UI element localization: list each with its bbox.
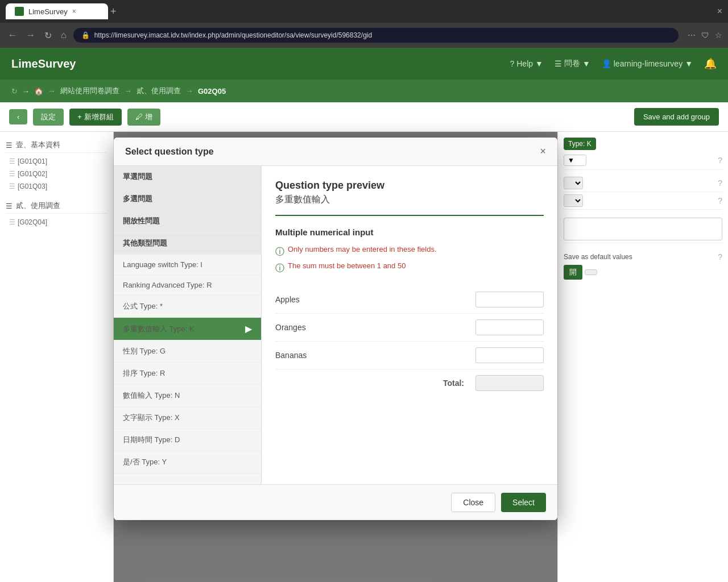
close-modal-button[interactable]: Close [451,493,495,512]
sidebar: ☰ 壹、基本資料 ☰ [G01Q01] ☰ [G01Q02] ☰ [G01Q03… [0,132,114,582]
field-label-bananas: Bananas [275,351,307,360]
address-bar[interactable]: 🔒 https://limesurvey.imacat.idv.tw/index… [73,28,679,43]
tab-close-icon[interactable]: × [72,7,76,15]
right-panel: Type: K ▼ ? ? ? Save as default values ? [557,132,728,582]
category-ranking[interactable]: 排序 Type: R [114,363,261,385]
back-to-list-button[interactable]: ‹ [9,109,27,124]
help-menu[interactable]: ? Help ▼ [510,59,543,68]
toggle-off-button[interactable] [585,269,597,275]
select-button[interactable]: Select [501,493,546,512]
questions-menu[interactable]: ☰ 問卷 ▼ [555,59,590,69]
forward-button[interactable]: → [24,28,38,43]
tab-favicon [15,7,24,16]
sidebar-item-g01q03[interactable]: ☰ [G01Q03] [6,180,107,193]
sidebar-group-2-header[interactable]: ☰ 貳、使用調查 [6,198,107,214]
breadcrumb-group[interactable]: 貳、使用調查 [136,86,181,96]
shield-icon[interactable]: 🛡 [701,31,709,40]
breadcrumb-group-label: 貳、使用調查 [136,86,181,96]
category-datetime[interactable]: 日期時間 Type: D [114,429,261,451]
sidebar-item-g02q04[interactable]: ☰ [G02Q04] [6,216,107,228]
modal-header: Select question type × [114,138,557,166]
category-numerical-input[interactable]: 數值輸入 Type: N [114,385,261,407]
sidebar-group-1-header[interactable]: ☰ 壹、基本資料 [6,138,107,153]
address-url: https://limesurvey.imacat.idv.tw/index.p… [94,31,372,39]
sidebar-item-g01q03-label: [G01Q03] [18,182,47,190]
info-icon-1: ⓘ [275,246,284,258]
breadcrumb-survey[interactable]: 網站使用問卷調查 [60,86,119,96]
main-col: Select question type × 單選問題 多選問題 [114,132,557,582]
preview-section-title: Multiple numerical input [275,227,544,237]
info-icon-2: ⓘ [275,263,284,275]
add-group-button[interactable]: + 新增群組 [69,109,122,126]
field-input-apples[interactable] [475,292,544,307]
save-add-group-button[interactable]: Save and add group [634,108,719,126]
category-ranking-advanced[interactable]: Ranking Advanced Type: R [114,275,261,296]
breadcrumb-forward[interactable]: → [22,87,30,95]
category-open-ended[interactable]: 開放性問題 [114,210,261,232]
field-input-oranges[interactable] [475,319,544,335]
category-ranking-advanced-label: Ranking Advanced Type: R [123,281,212,289]
save-default-label: Save as default values [564,253,632,261]
add-question-button[interactable]: 🖊 增 [127,109,160,126]
user-menu[interactable]: 👤 learning-limesurvey ▼ [602,59,693,68]
preview-total-row: Total: [275,369,544,397]
category-multi-numerical[interactable]: 多重數值輸入 Type: K ▶ [114,318,261,340]
forward-breadcrumb-icon: → [22,87,30,95]
sidebar-item-g01q02-label: [G01Q02] [18,170,47,178]
more-icon[interactable]: ⋯ [688,31,696,40]
sidebar-item-g01q02[interactable]: ☰ [G01Q02] [6,168,107,180]
sidebar-item-g01q01-label: [G01Q01] [18,157,47,165]
preview-fields: Apples Oranges Bananas [275,286,544,397]
category-text-display[interactable]: 文字顯示 Type: X [114,407,261,429]
browser-tab[interactable]: LimeSurvey × [6,3,108,19]
category-single-choice-label: 單選問題 [123,172,152,181]
question-icon-2: ? [718,178,722,188]
field-input-total[interactable] [475,375,544,391]
category-single-choice[interactable]: 單選問題 [114,166,261,188]
category-yes-no[interactable]: 是/否 Type: Y [114,451,261,473]
questions-chevron: ▼ [582,59,590,68]
category-gender[interactable]: 性別 Type: G [114,340,261,363]
category-open-ended-label: 開放性問題 [123,217,160,225]
breadcrumb-sep3: → [185,86,193,95]
category-arrow-icon: ▶ [245,323,252,334]
settings-label: 設定 [41,112,56,122]
type-badge: Type: K [564,138,596,150]
user-chevron: ▼ [685,59,693,68]
star-icon[interactable]: ☆ [715,31,722,40]
modal-close-button[interactable]: × [540,146,546,157]
category-other-types[interactable]: 其他類型問題 [114,232,261,255]
sidebar-item-g01q01[interactable]: ☰ [G01Q01] [6,155,107,168]
right-panel-row-4 [564,215,722,243]
help-label: Help [516,59,533,68]
settings-button[interactable]: 設定 [33,109,64,126]
category-language-switch[interactable]: Language switch Type: I [114,255,261,275]
category-datetime-label: 日期時間 Type: D [123,435,180,444]
add-group-icon: + [77,113,82,121]
question-icon-4: ? [718,252,722,261]
right-panel-select[interactable]: ▼ [564,155,586,166]
sidebar-group-1: ☰ 壹、基本資料 ☰ [G01Q01] ☰ [G01Q02] ☰ [G01Q03… [6,138,107,193]
home-button[interactable]: ⌂ [59,28,69,43]
total-label: Total: [443,379,464,388]
window-close-button[interactable]: × [717,6,722,16]
reload-button[interactable]: ↻ [42,28,54,43]
right-panel-textarea[interactable] [564,218,722,240]
drag-icon: ☰ [9,182,15,190]
breadcrumb-refresh[interactable]: ↻ [11,87,18,95]
category-multi-choice[interactable]: 多選問題 [114,188,261,210]
new-tab-button[interactable]: + [110,6,117,18]
drag-icon: ☰ [9,170,15,178]
sidebar-item-g02q04-label: [G02Q04] [18,218,47,226]
breadcrumb-sep1: → [48,86,56,95]
notification-bell[interactable]: 🔔 [704,57,717,70]
back-button[interactable]: ← [6,28,19,43]
breadcrumb-home[interactable]: 🏠 [34,87,43,95]
field-input-bananas[interactable] [475,347,544,363]
category-formula[interactable]: 公式 Type: * [114,296,261,318]
category-formula-label: 公式 Type: * [123,302,163,310]
right-panel-select-3[interactable] [564,194,583,207]
toggle-on-button[interactable]: 開 [564,265,582,280]
category-text-display-label: 文字顯示 Type: X [123,413,180,422]
right-panel-select-2[interactable] [564,177,583,189]
